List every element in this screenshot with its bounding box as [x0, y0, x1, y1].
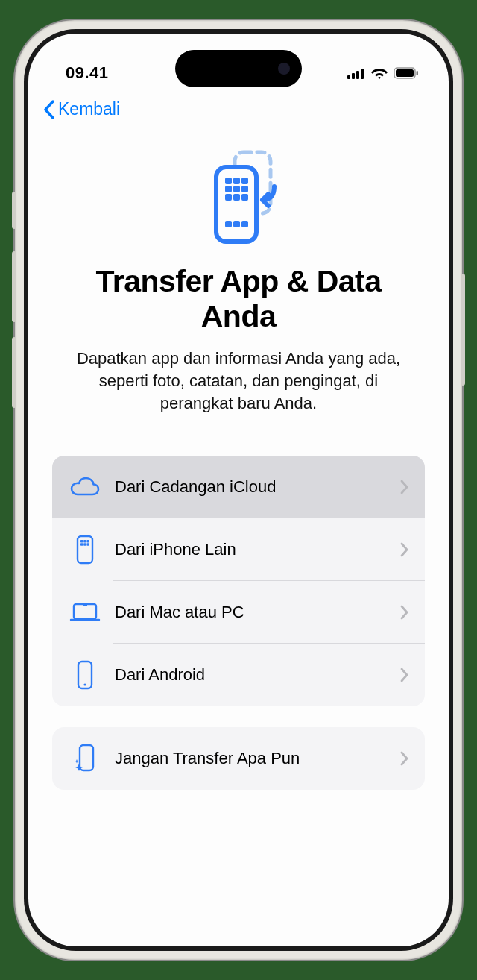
svg-rect-15	[225, 194, 232, 201]
chevron-right-icon	[400, 542, 408, 557]
option-another-iphone[interactable]: Dari iPhone Lain	[52, 518, 425, 581]
svg-rect-27	[86, 544, 89, 547]
chevron-right-icon	[400, 480, 408, 494]
volume-down-button	[12, 337, 16, 408]
back-button[interactable]: Kembali	[43, 99, 120, 119]
page-subtitle: Dapatkan app dan informasi Anda yang ada…	[61, 348, 416, 414]
option-label: Dari Mac atau PC	[115, 603, 400, 622]
option-label: Jangan Transfer Apa Pun	[115, 749, 400, 768]
smartphone-icon	[69, 659, 101, 691]
option-label: Dari iPhone Lain	[115, 540, 400, 559]
option-mac-or-pc[interactable]: Dari Mac atau PC	[52, 581, 425, 644]
phone-frame: 09.41 Kembali	[15, 20, 462, 960]
wifi-icon	[371, 67, 388, 79]
svg-rect-25	[80, 544, 83, 547]
back-label: Kembali	[58, 99, 120, 119]
svg-point-31	[83, 684, 86, 686]
svg-rect-6	[417, 71, 419, 75]
svg-rect-16	[233, 194, 240, 201]
option-label: Dari Android	[115, 665, 400, 685]
chevron-right-icon	[400, 605, 408, 620]
svg-rect-3	[361, 69, 364, 79]
iphone-icon	[69, 533, 101, 566]
battery-icon	[394, 67, 419, 79]
transfer-hero-icon	[194, 149, 283, 246]
svg-rect-18	[225, 221, 232, 227]
svg-rect-26	[83, 544, 86, 547]
svg-rect-14	[241, 186, 248, 192]
chevron-left-icon	[43, 100, 55, 119]
svg-rect-19	[233, 221, 240, 227]
svg-rect-2	[356, 71, 359, 79]
content-area: Transfer App & Data Anda Dapatkan app da…	[28, 119, 449, 414]
option-do-not-transfer[interactable]: Jangan Transfer Apa Pun	[52, 727, 425, 790]
chevron-right-icon	[400, 668, 408, 682]
svg-rect-13	[233, 186, 240, 192]
cloud-icon	[69, 471, 101, 503]
cellular-icon	[347, 68, 365, 79]
transfer-options-group: Dari Cadangan iCloud Dari iPhone Lain Da…	[52, 456, 425, 706]
svg-rect-24	[86, 540, 89, 543]
phone-sparkle-icon	[69, 742, 101, 775]
svg-rect-28	[74, 604, 96, 619]
option-icloud-backup[interactable]: Dari Cadangan iCloud	[52, 456, 425, 518]
svg-rect-20	[241, 221, 248, 227]
option-android[interactable]: Dari Android	[52, 644, 425, 706]
laptop-icon	[69, 596, 101, 629]
svg-rect-12	[225, 186, 232, 192]
svg-rect-17	[241, 194, 248, 201]
dynamic-island	[175, 50, 302, 87]
svg-rect-32	[80, 745, 93, 770]
svg-rect-22	[80, 540, 83, 543]
power-button	[461, 274, 465, 386]
option-label: Dari Cadangan iCloud	[115, 477, 400, 497]
svg-rect-23	[83, 540, 86, 543]
svg-rect-9	[225, 178, 232, 184]
svg-rect-11	[241, 178, 248, 184]
chevron-right-icon	[400, 751, 408, 766]
screen: 09.41 Kembali	[28, 34, 449, 946]
svg-rect-5	[396, 69, 414, 77]
svg-rect-10	[233, 178, 240, 184]
status-indicators	[347, 67, 419, 79]
status-time: 09.41	[66, 63, 109, 83]
svg-rect-29	[83, 604, 87, 606]
page-title: Transfer App & Data Anda	[61, 264, 416, 334]
svg-rect-1	[352, 73, 355, 79]
silence-switch	[12, 192, 16, 229]
svg-rect-0	[347, 75, 350, 79]
volume-up-button	[12, 251, 16, 322]
navigation-bar: Kembali	[28, 93, 449, 119]
no-transfer-group: Jangan Transfer Apa Pun	[52, 727, 425, 790]
